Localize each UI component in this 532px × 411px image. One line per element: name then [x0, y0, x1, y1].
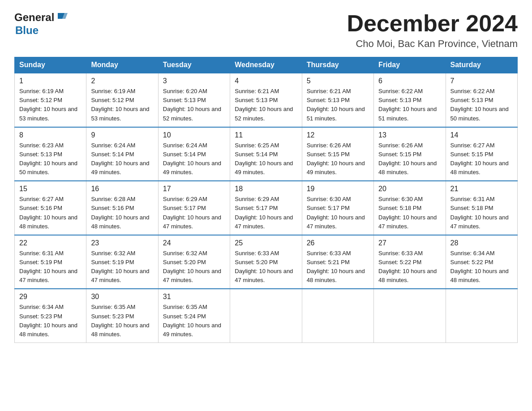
calendar-cell: 28 Sunrise: 6:34 AMSunset: 5:22 PMDaylig…: [446, 235, 517, 289]
day-detail: Sunrise: 6:35 AMSunset: 5:23 PMDaylight:…: [91, 303, 153, 339]
calendar-cell: 18 Sunrise: 6:29 AMSunset: 5:17 PMDaylig…: [230, 181, 302, 235]
day-header-friday: Friday: [374, 57, 446, 73]
calendar-week-row: 15 Sunrise: 6:27 AMSunset: 5:16 PMDaylig…: [15, 181, 518, 235]
calendar-cell: 7 Sunrise: 6:22 AMSunset: 5:13 PMDayligh…: [446, 73, 517, 127]
calendar-cell: 3 Sunrise: 6:20 AMSunset: 5:13 PMDayligh…: [158, 73, 230, 127]
day-header-sunday: Sunday: [15, 57, 86, 73]
day-detail: Sunrise: 6:21 AMSunset: 5:13 PMDaylight:…: [307, 87, 369, 123]
calendar-cell: 12 Sunrise: 6:26 AMSunset: 5:15 PMDaylig…: [302, 127, 373, 181]
day-number: 7: [450, 77, 513, 85]
calendar-cell: 20 Sunrise: 6:30 AMSunset: 5:18 PMDaylig…: [374, 181, 446, 235]
day-number: 21: [450, 185, 513, 193]
calendar-cell: 26 Sunrise: 6:33 AMSunset: 5:21 PMDaylig…: [302, 235, 373, 289]
calendar-cell: 30 Sunrise: 6:35 AMSunset: 5:23 PMDaylig…: [86, 289, 158, 342]
day-number: 23: [91, 239, 153, 247]
calendar-cell: 25 Sunrise: 6:33 AMSunset: 5:20 PMDaylig…: [230, 235, 302, 289]
day-detail: Sunrise: 6:19 AMSunset: 5:12 PMDaylight:…: [91, 87, 153, 123]
calendar-cell: 14 Sunrise: 6:27 AMSunset: 5:15 PMDaylig…: [446, 127, 517, 181]
day-detail: Sunrise: 6:27 AMSunset: 5:16 PMDaylight:…: [19, 195, 82, 231]
day-number: 28: [450, 239, 513, 247]
day-detail: Sunrise: 6:34 AMSunset: 5:22 PMDaylight:…: [450, 249, 513, 285]
calendar-cell: 11 Sunrise: 6:25 AMSunset: 5:14 PMDaylig…: [230, 127, 302, 181]
day-number: 4: [235, 77, 297, 85]
day-number: 9: [91, 131, 153, 139]
day-detail: Sunrise: 6:26 AMSunset: 5:15 PMDaylight:…: [307, 141, 369, 177]
day-number: 30: [91, 293, 153, 301]
day-detail: Sunrise: 6:22 AMSunset: 5:13 PMDaylight:…: [378, 87, 441, 123]
title-block: December 2024 Cho Moi, Bac Kan Province,…: [347, 11, 518, 50]
calendar-cell: 21 Sunrise: 6:31 AMSunset: 5:18 PMDaylig…: [446, 181, 517, 235]
day-number: 27: [378, 239, 441, 247]
calendar-cell: 31 Sunrise: 6:35 AMSunset: 5:24 PMDaylig…: [158, 289, 230, 342]
day-number: 1: [19, 77, 82, 85]
calendar-cell: 9 Sunrise: 6:24 AMSunset: 5:14 PMDayligh…: [86, 127, 158, 181]
calendar-cell: 27 Sunrise: 6:33 AMSunset: 5:22 PMDaylig…: [374, 235, 446, 289]
day-detail: Sunrise: 6:21 AMSunset: 5:13 PMDaylight:…: [235, 87, 297, 123]
day-number: 15: [19, 185, 82, 193]
day-detail: Sunrise: 6:22 AMSunset: 5:13 PMDaylight:…: [450, 87, 513, 123]
day-number: 14: [450, 131, 513, 139]
day-header-monday: Monday: [86, 57, 158, 73]
calendar-cell: [374, 289, 446, 342]
day-number: 6: [378, 77, 441, 85]
calendar-cell: 13 Sunrise: 6:26 AMSunset: 5:15 PMDaylig…: [374, 127, 446, 181]
page-header: General Blue December 2024 Cho Moi, Bac …: [14, 11, 518, 50]
day-detail: Sunrise: 6:29 AMSunset: 5:17 PMDaylight:…: [163, 195, 225, 231]
logo-flag-icon: [56, 11, 69, 24]
calendar-week-row: 29 Sunrise: 6:34 AMSunset: 5:23 PMDaylig…: [15, 289, 518, 342]
day-header-wednesday: Wednesday: [230, 57, 302, 73]
calendar-cell: 15 Sunrise: 6:27 AMSunset: 5:16 PMDaylig…: [15, 181, 86, 235]
day-detail: Sunrise: 6:33 AMSunset: 5:22 PMDaylight:…: [378, 249, 441, 285]
calendar-cell: [302, 289, 373, 342]
calendar-cell: 22 Sunrise: 6:31 AMSunset: 5:19 PMDaylig…: [15, 235, 86, 289]
calendar-week-row: 8 Sunrise: 6:23 AMSunset: 5:13 PMDayligh…: [15, 127, 518, 181]
day-detail: Sunrise: 6:23 AMSunset: 5:13 PMDaylight:…: [19, 141, 82, 177]
day-detail: Sunrise: 6:24 AMSunset: 5:14 PMDaylight:…: [163, 141, 225, 177]
day-detail: Sunrise: 6:30 AMSunset: 5:17 PMDaylight:…: [307, 195, 369, 231]
day-detail: Sunrise: 6:24 AMSunset: 5:14 PMDaylight:…: [91, 141, 153, 177]
day-detail: Sunrise: 6:28 AMSunset: 5:16 PMDaylight:…: [91, 195, 153, 231]
day-detail: Sunrise: 6:35 AMSunset: 5:24 PMDaylight:…: [163, 303, 225, 339]
calendar-week-row: 1 Sunrise: 6:19 AMSunset: 5:12 PMDayligh…: [15, 73, 518, 127]
day-number: 31: [163, 293, 225, 301]
day-number: 16: [91, 185, 153, 193]
day-detail: Sunrise: 6:19 AMSunset: 5:12 PMDaylight:…: [19, 87, 82, 123]
day-detail: Sunrise: 6:29 AMSunset: 5:17 PMDaylight:…: [235, 195, 297, 231]
calendar-cell: 16 Sunrise: 6:28 AMSunset: 5:16 PMDaylig…: [86, 181, 158, 235]
calendar-cell: 2 Sunrise: 6:19 AMSunset: 5:12 PMDayligh…: [86, 73, 158, 127]
day-header-tuesday: Tuesday: [158, 57, 230, 73]
logo: General Blue: [14, 11, 70, 37]
day-number: 22: [19, 239, 82, 247]
day-detail: Sunrise: 6:27 AMSunset: 5:15 PMDaylight:…: [450, 141, 513, 177]
svg-marker-1: [61, 13, 68, 19]
day-number: 26: [307, 239, 369, 247]
day-detail: Sunrise: 6:32 AMSunset: 5:19 PMDaylight:…: [91, 249, 153, 285]
calendar-cell: 24 Sunrise: 6:32 AMSunset: 5:20 PMDaylig…: [158, 235, 230, 289]
calendar-cell: 4 Sunrise: 6:21 AMSunset: 5:13 PMDayligh…: [230, 73, 302, 127]
day-number: 29: [19, 293, 82, 301]
calendar-subtitle: Cho Moi, Bac Kan Province, Vietnam: [347, 38, 518, 50]
day-number: 19: [307, 185, 369, 193]
day-number: 24: [163, 239, 225, 247]
calendar-cell: 5 Sunrise: 6:21 AMSunset: 5:13 PMDayligh…: [302, 73, 373, 127]
day-number: 18: [235, 185, 297, 193]
calendar-cell: [446, 289, 517, 342]
day-detail: Sunrise: 6:31 AMSunset: 5:19 PMDaylight:…: [19, 249, 82, 285]
day-number: 11: [235, 131, 297, 139]
calendar-cell: 6 Sunrise: 6:22 AMSunset: 5:13 PMDayligh…: [374, 73, 446, 127]
calendar-title: December 2024: [347, 11, 518, 36]
day-number: 25: [235, 239, 297, 247]
day-number: 12: [307, 131, 369, 139]
calendar-cell: 1 Sunrise: 6:19 AMSunset: 5:12 PMDayligh…: [15, 73, 86, 127]
calendar-cell: 29 Sunrise: 6:34 AMSunset: 5:23 PMDaylig…: [15, 289, 86, 342]
day-detail: Sunrise: 6:34 AMSunset: 5:23 PMDaylight:…: [19, 303, 82, 339]
calendar-header-row: SundayMondayTuesdayWednesdayThursdayFrid…: [15, 57, 518, 73]
day-number: 2: [91, 77, 153, 85]
day-detail: Sunrise: 6:25 AMSunset: 5:14 PMDaylight:…: [235, 141, 297, 177]
day-number: 8: [19, 131, 82, 139]
day-detail: Sunrise: 6:30 AMSunset: 5:18 PMDaylight:…: [378, 195, 441, 231]
day-header-saturday: Saturday: [446, 57, 517, 73]
day-detail: Sunrise: 6:33 AMSunset: 5:21 PMDaylight:…: [307, 249, 369, 285]
day-detail: Sunrise: 6:31 AMSunset: 5:18 PMDaylight:…: [450, 195, 513, 231]
day-detail: Sunrise: 6:20 AMSunset: 5:13 PMDaylight:…: [163, 87, 225, 123]
